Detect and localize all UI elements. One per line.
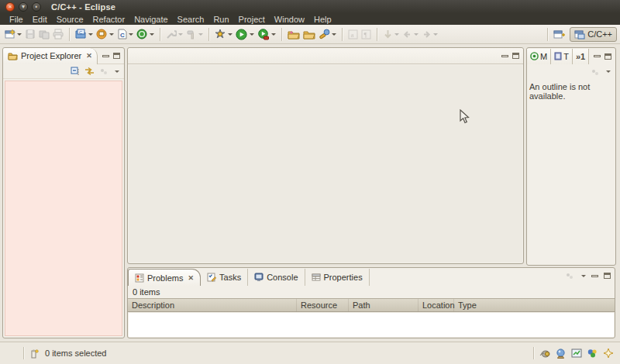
compass-star-icon[interactable] — [603, 348, 614, 359]
tab-overflow-chevron[interactable]: »1 — [573, 49, 589, 64]
external-tools-icon — [257, 29, 270, 40]
filter-icon[interactable] — [565, 271, 574, 280]
menu-project[interactable]: Project — [234, 14, 270, 25]
menu-navigate[interactable]: Navigate — [129, 14, 172, 25]
debug-button[interactable] — [213, 26, 234, 42]
open-resource-button[interactable] — [301, 26, 317, 42]
column-description[interactable]: Description — [128, 299, 297, 311]
menubar: File Edit Source Refactor Navigate Searc… — [0, 13, 620, 25]
menu-window[interactable]: Window — [270, 14, 309, 25]
minimize-view-icon[interactable] — [594, 55, 601, 57]
run-icon — [236, 29, 248, 40]
maximize-view-icon[interactable] — [113, 53, 120, 59]
menu-help[interactable]: Help — [309, 14, 336, 25]
window-close-button[interactable]: × — [5, 2, 15, 12]
view-menu-icon[interactable] — [581, 275, 586, 277]
chevron-down-icon — [88, 33, 93, 36]
search-icon — [319, 29, 330, 39]
tab-console-label: Console — [267, 273, 298, 282]
tab-console[interactable]: Console — [248, 269, 305, 286]
toggle-mark-occurrences-button[interactable]: a — [346, 26, 360, 42]
project-explorer-tree[interactable] — [5, 81, 122, 336]
minimize-view-icon[interactable] — [102, 55, 109, 57]
perspective-cpp-button[interactable]: C/C++ — [570, 27, 617, 42]
outline-action-icon[interactable] — [591, 67, 600, 77]
selection-icon — [30, 349, 39, 359]
bottom-tabs: Problems ✕ Tasks Console Properties — [128, 268, 615, 286]
column-path[interactable]: Path — [349, 299, 418, 311]
show-whitespace-button[interactable]: ¶ — [360, 26, 373, 42]
back-arrow-icon — [402, 29, 412, 39]
window-title: C/C++ - Eclipse — [51, 2, 115, 12]
back-button[interactable] — [401, 26, 420, 42]
make-build-button[interactable] — [135, 26, 156, 42]
print-button[interactable] — [51, 26, 65, 42]
tab-problems[interactable]: Problems ✕ — [128, 269, 201, 286]
tab-properties[interactable]: Properties — [305, 269, 370, 286]
view-menu-icon[interactable] — [606, 70, 611, 73]
menu-file[interactable]: File — [5, 14, 28, 25]
secure-storage-icon[interactable] — [539, 349, 550, 358]
problems-table-body — [129, 313, 614, 337]
link-with-editor-icon[interactable] — [84, 67, 95, 76]
collapse-all-icon[interactable] — [71, 67, 80, 76]
external-tools-button[interactable] — [256, 26, 277, 42]
maximize-editor-icon[interactable] — [512, 53, 519, 59]
forward-arrow-icon — [422, 29, 432, 39]
build-active-button[interactable] — [184, 26, 205, 42]
problems-panel: Problems ✕ Tasks Console Properties — [127, 267, 615, 338]
chart-image-icon[interactable] — [571, 349, 582, 358]
open-perspective-button[interactable] — [552, 26, 567, 42]
menu-run[interactable]: Run — [208, 14, 233, 25]
new-wizard-button[interactable] — [3, 26, 23, 42]
menu-refactor[interactable]: Refactor — [88, 14, 130, 25]
editor-empty-content — [129, 65, 522, 263]
column-resource[interactable]: Resource — [297, 299, 349, 311]
open-folder-button[interactable] — [286, 26, 301, 42]
save-button[interactable] — [23, 26, 37, 42]
minimize-view-icon[interactable] — [591, 275, 598, 277]
status-icons — [533, 347, 614, 359]
outline-toolbar — [527, 64, 615, 79]
chevron-down-icon — [414, 33, 418, 36]
tab-tasks[interactable]: Tasks — [201, 269, 248, 286]
svg-text:¶: ¶ — [363, 31, 367, 39]
menu-search[interactable]: Search — [173, 14, 209, 25]
search-button[interactable] — [317, 26, 338, 42]
balloons-icon[interactable] — [587, 349, 598, 359]
minimize-editor-icon[interactable] — [501, 55, 508, 57]
project-explorer-title: Project Explorer — [21, 51, 81, 60]
view-menu-icon[interactable] — [115, 70, 119, 73]
svg-text:a: a — [350, 31, 353, 39]
new-c-file-button[interactable]: C — [115, 26, 135, 42]
toolbar-separator — [377, 28, 377, 41]
crystal-ball-icon[interactable] — [556, 349, 566, 359]
build-config-button[interactable] — [164, 26, 184, 42]
menu-edit[interactable]: Edit — [28, 14, 52, 25]
editor-tab-strip — [128, 48, 523, 64]
close-icon[interactable]: ✕ — [188, 274, 194, 282]
build-all-button[interactable] — [95, 26, 115, 42]
window-minimize-button[interactable]: ▾ — [19, 2, 28, 12]
last-edit-location-button[interactable] — [381, 26, 401, 42]
focus-task-icon[interactable] — [99, 67, 108, 76]
new-cpp-project-button[interactable]: C — [74, 26, 95, 42]
run-button[interactable] — [234, 26, 256, 42]
new-c-file-icon: C — [117, 29, 127, 39]
maximize-view-icon[interactable] — [604, 53, 611, 60]
save-all-button[interactable] — [37, 26, 51, 42]
editor-area — [127, 47, 524, 264]
maximize-view-icon[interactable] — [604, 273, 611, 279]
forward-button[interactable] — [420, 26, 439, 42]
column-location[interactable]: Location — [418, 299, 454, 311]
make-targets-icon — [530, 52, 539, 60]
chevron-down-icon — [433, 33, 438, 36]
window-maximize-button[interactable]: ▪ — [32, 2, 41, 12]
project-explorer-tab[interactable]: Project Explorer ✕ — [3, 48, 98, 64]
close-icon[interactable]: ✕ — [86, 52, 92, 60]
menu-source[interactable]: Source — [52, 14, 88, 25]
console-icon — [254, 273, 264, 282]
task-list-tab[interactable]: T — [551, 49, 573, 64]
column-type[interactable]: Type — [454, 299, 615, 311]
make-targets-tab[interactable]: M — [527, 49, 551, 64]
